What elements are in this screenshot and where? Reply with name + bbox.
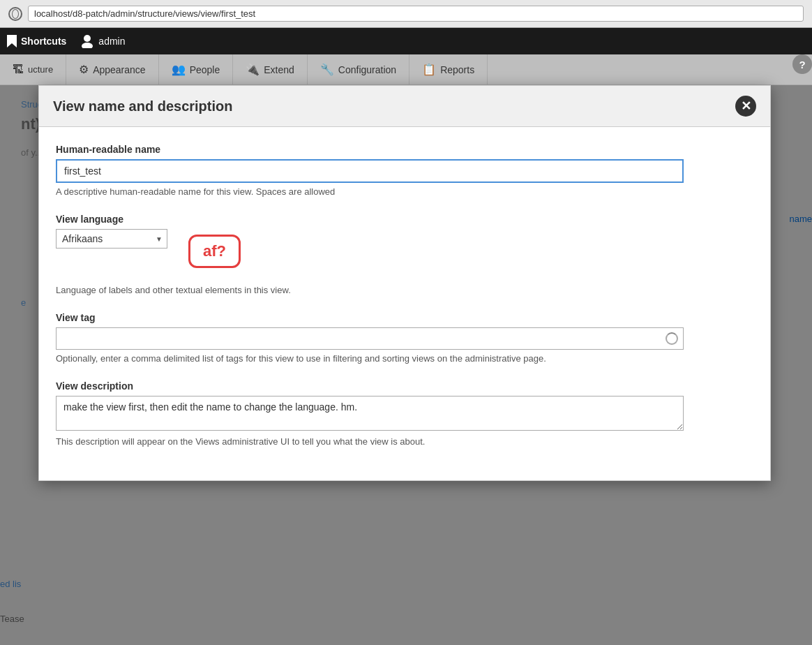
configuration-icon: 🔧 — [320, 63, 334, 76]
admin-bar: Shortcuts admin — [0, 28, 812, 54]
human-name-help: A descriptive human-readable name for th… — [56, 186, 753, 197]
nav-configuration-label: Configuration — [338, 64, 396, 75]
select-arrow-icon: ▼ — [151, 235, 167, 243]
nav-item-configuration[interactable]: 🔧 Configuration — [308, 54, 409, 84]
view-language-help: Language of labels and other textual ele… — [56, 285, 753, 295]
modal-title: View name and description — [53, 98, 232, 114]
close-icon: ✕ — [741, 100, 751, 112]
language-badge: af? — [188, 235, 241, 268]
admin-user-menu[interactable]: admin — [80, 34, 125, 48]
language-row: Afrikaans English French German Spanish … — [56, 229, 753, 268]
view-tag-label: View tag — [56, 312, 753, 323]
browser-bar: localhost/d8-patch/admin/structure/views… — [0, 0, 812, 28]
view-description-label: View description — [56, 380, 753, 392]
spinner-icon — [666, 332, 678, 345]
help-label: ? — [799, 59, 805, 71]
human-name-group: Human-readable name A descriptive human-… — [56, 144, 753, 197]
shortcuts-label: Shortcuts — [21, 36, 66, 47]
appearance-icon: ⚙ — [79, 63, 89, 76]
language-select-group: Afrikaans English French German Spanish … — [56, 229, 167, 249]
globe-icon — [8, 7, 22, 21]
nav-item-appearance[interactable]: ⚙ Appearance — [66, 54, 159, 84]
modal-close-button[interactable]: ✕ — [735, 96, 756, 117]
svg-point-2 — [82, 43, 93, 48]
bookmark-icon — [7, 35, 17, 47]
nav-extend-label: Extend — [264, 64, 294, 75]
view-tag-input[interactable] — [56, 327, 684, 350]
language-select-wrapper: Afrikaans English French German Spanish … — [56, 229, 167, 249]
view-tag-help: Optionally, enter a comma delimited list… — [56, 353, 753, 364]
modal-header: View name and description ✕ — [39, 86, 770, 127]
view-language-label: View language — [56, 214, 753, 225]
nav-item-structure[interactable]: 🏗 ucture — [0, 54, 66, 84]
nav-appearance-label: Appearance — [93, 64, 146, 75]
nav-item-people[interactable]: 👥 People — [159, 54, 234, 84]
admin-username: admin — [98, 36, 125, 47]
view-description-help: This description will appear on the View… — [56, 436, 753, 447]
nav-people-label: People — [190, 64, 220, 75]
human-name-input[interactable] — [56, 159, 684, 183]
user-icon — [80, 34, 94, 48]
structure-icon: 🏗 — [13, 64, 24, 76]
tag-input-wrapper — [56, 327, 684, 350]
extend-icon: 🔌 — [246, 63, 260, 76]
url-bar[interactable]: localhost/d8-patch/admin/structure/views… — [28, 6, 804, 22]
shortcuts-menu[interactable]: Shortcuts — [7, 35, 66, 47]
top-nav: 🏗 ucture ⚙ Appearance 👥 People 🔌 Extend … — [0, 54, 812, 85]
nav-item-reports[interactable]: 📋 Reports — [409, 54, 488, 84]
language-select[interactable]: Afrikaans English French German Spanish — [57, 230, 151, 248]
reports-icon: 📋 — [422, 63, 436, 76]
nav-item-extend[interactable]: 🔌 Extend — [233, 54, 308, 84]
view-description-group: View description make the view first, th… — [56, 380, 753, 447]
nav-reports-label: Reports — [440, 64, 474, 75]
view-tag-group: View tag Optionally, enter a comma delim… — [56, 312, 753, 364]
nav-structure-label: ucture — [28, 64, 53, 75]
modal-overlay: View name and description ✕ Human-readab… — [0, 85, 812, 645]
help-button[interactable]: ? — [792, 54, 812, 74]
human-name-label: Human-readable name — [56, 144, 753, 155]
view-language-group: View language Afrikaans English French G… — [56, 214, 753, 295]
svg-marker-0 — [7, 35, 17, 47]
view-name-modal: View name and description ✕ Human-readab… — [38, 85, 771, 481]
view-description-textarea[interactable]: make the view first, then edit the name … — [56, 396, 684, 431]
modal-body: Human-readable name A descriptive human-… — [39, 127, 770, 480]
svg-point-1 — [84, 35, 91, 42]
people-icon: 👥 — [172, 63, 186, 76]
page-background: Structu... nt) of y... e name ed lis Tea… — [0, 85, 812, 645]
